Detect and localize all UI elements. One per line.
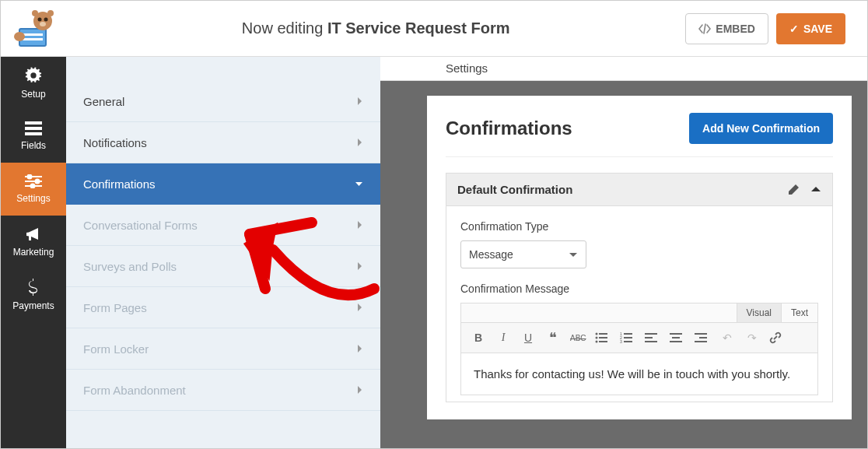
bullet-list-icon[interactable] [595,332,611,343]
settings-item-notifications[interactable]: Notifications [66,122,380,163]
embed-button[interactable]: EMBED [685,13,768,44]
sidebar-item-label: Settings [16,193,50,204]
quote-icon[interactable]: ❝ [545,329,561,346]
align-center-icon[interactable] [670,332,685,343]
redo-icon[interactable]: ↷ [744,331,760,344]
settings-item-label: General [83,95,124,108]
editor-tab-text[interactable]: Text [781,303,817,322]
svg-rect-37 [695,333,707,335]
chevron-up-icon[interactable] [810,184,821,196]
editing-prefix: Now editing [242,19,324,37]
chevron-right-icon [357,303,363,312]
svg-rect-22 [599,337,607,339]
undo-icon[interactable]: ↶ [719,331,735,344]
number-list-icon[interactable]: 123 [620,332,635,343]
svg-point-7 [32,10,38,16]
sidebar: Setup Fields Settings Marketing [1,57,66,448]
chevron-right-icon [357,344,363,353]
settings-item-conversational-forms[interactable]: Conversational Forms [66,205,380,246]
settings-item-surveys-and-polls[interactable]: Surveys and Polls [66,246,380,287]
align-left-icon[interactable] [645,332,660,343]
message-editor: Visual Text B I U ❝ ABC [460,303,818,395]
check-icon: ✓ [789,23,799,35]
confirmations-title: Confirmations [446,118,572,139]
svg-rect-31 [645,333,657,335]
svg-rect-36 [670,341,682,342]
svg-rect-38 [699,337,707,339]
svg-point-5 [44,17,48,21]
chevron-right-icon [357,138,363,147]
settings-item-label: Form Locker [83,342,149,356]
svg-point-23 [596,341,598,343]
sidebar-item-label: Setup [21,89,45,100]
editor-content[interactable]: Thanks for contacting us! We will be in … [461,353,817,395]
svg-point-21 [596,337,598,339]
svg-rect-35 [672,337,680,339]
svg-point-6 [40,22,46,26]
sidebar-item-setup[interactable]: Setup [1,57,66,110]
sidebar-item-label: Payments [12,300,54,311]
sliders-icon [25,174,42,188]
svg-text:3: 3 [620,339,622,343]
megaphone-icon [25,226,42,242]
svg-point-4 [38,17,42,21]
code-icon [698,23,711,34]
sidebar-item-payments[interactable]: Payments [1,268,66,321]
svg-point-18 [31,184,35,188]
topbar-title: Now editing IT Service Request Form [66,19,685,37]
strike-icon[interactable]: ABC [570,334,586,342]
svg-point-19 [596,333,598,335]
confirmation-name: Default Confirmation [457,183,572,196]
chevron-down-icon [355,180,363,188]
bold-icon[interactable]: B [471,331,486,344]
svg-rect-2 [23,38,43,40]
svg-point-8 [47,10,54,16]
italic-icon[interactable]: I [495,331,511,344]
gear-icon [25,67,42,84]
add-confirmation-button[interactable]: Add New Confirmation [689,113,833,144]
svg-rect-1 [23,33,43,36]
editor-tab-visual[interactable]: Visual [737,303,781,322]
settings-item-form-abandonment[interactable]: Form Abandonment [66,370,380,411]
svg-rect-39 [695,341,707,342]
settings-item-label: Conversational Forms [83,219,198,232]
sidebar-item-fields[interactable]: Fields [1,110,66,163]
confirmation-type-select[interactable]: Message [460,240,586,268]
select-value: Message [469,248,513,261]
settings-item-label: Surveys and Polls [83,260,177,273]
link-icon[interactable] [769,331,785,344]
svg-rect-27 [624,341,632,342]
topbar-actions: EMBED ✓ SAVE [685,13,867,44]
align-right-icon[interactable] [695,332,710,343]
sidebar-item-marketing[interactable]: Marketing [1,216,66,268]
svg-rect-25 [624,333,632,335]
underline-icon[interactable]: U [520,331,536,344]
svg-rect-20 [599,333,607,335]
chevron-right-icon [357,96,363,106]
settings-item-form-locker[interactable]: Form Locker [66,328,380,370]
svg-rect-24 [599,341,607,342]
settings-item-general[interactable]: General [66,81,380,122]
settings-item-form-pages[interactable]: Form Pages [66,287,380,328]
settings-item-label: Confirmations [83,177,156,191]
settings-item-confirmations[interactable]: Confirmations [66,163,380,205]
pencil-icon[interactable] [787,184,800,196]
sidebar-item-settings[interactable]: Settings [1,163,66,216]
embed-label: EMBED [716,23,755,35]
confirmation-header[interactable]: Default Confirmation [446,174,832,206]
list-icon [25,121,42,135]
sidebar-item-label: Fields [21,140,46,151]
app-logo [1,9,66,49]
form-name: IT Service Request Form [327,19,510,37]
svg-rect-26 [624,337,632,339]
main-area: Settings Confirmations Add New Confirmat… [380,57,867,448]
save-button[interactable]: ✓ SAVE [776,13,845,44]
settings-item-label: Form Pages [83,301,147,314]
svg-point-9 [14,32,25,41]
confirmations-card: Confirmations Add New Confirmation Defau… [427,96,852,419]
svg-point-16 [36,180,40,184]
settings-panel: GeneralNotificationsConfirmationsConvers… [66,57,380,448]
confirmation-message-label: Confirmation Message [460,282,818,295]
svg-point-14 [28,175,32,179]
topbar: Now editing IT Service Request Form EMBE… [1,1,867,57]
